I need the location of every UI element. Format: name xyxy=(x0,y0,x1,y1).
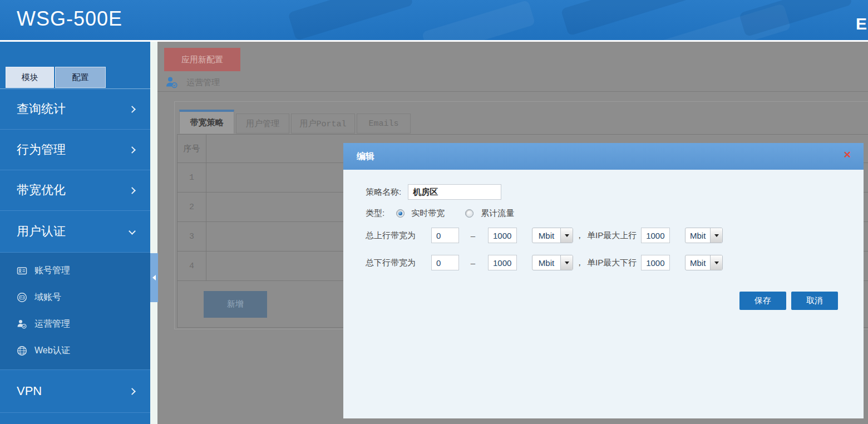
sidebar-item-behavior-mgmt[interactable]: 行为管理 xyxy=(0,130,150,170)
menu-label: VPN xyxy=(17,384,42,398)
sidebar-item-query-stats[interactable]: 查询统计 xyxy=(0,89,150,130)
upload-unit-select[interactable]: Mbit xyxy=(532,228,573,243)
sidebar-collapse-handle[interactable] xyxy=(150,253,158,302)
submenu-label: 运营管理 xyxy=(34,318,70,330)
app-root: WSG-500E E 模块 配置 查询统计 行为管理 带宽优化 用户认证 xyxy=(0,0,868,424)
sidebar-mode-tabs: 模块 配置 xyxy=(6,67,106,88)
download-bandwidth-row: 总下行带宽为 – Mbit ， 单IP最大下行 Mbit xyxy=(366,254,723,271)
sidebar-item-domain-account[interactable]: 域账号 xyxy=(0,284,150,310)
breadcrumb: 运营管理 xyxy=(165,76,220,88)
collapse-left-icon xyxy=(152,275,156,280)
globe-icon xyxy=(17,346,27,356)
comma-separator: ， xyxy=(575,258,584,268)
sidebar-item-web-auth[interactable]: Web认证 xyxy=(0,337,150,364)
policy-name-input[interactable] xyxy=(408,184,501,200)
ip-max-download-label: 单IP最大下行 xyxy=(587,258,637,268)
ip-max-upload-label: 单IP最大上行 xyxy=(587,230,637,241)
menu-label: 用户认证 xyxy=(17,223,66,240)
upload-bandwidth-label: 总上行带宽为 xyxy=(366,230,431,241)
sidebar-item-bandwidth-opt[interactable]: 带宽优化 xyxy=(0,170,150,211)
save-button[interactable]: 保存 xyxy=(739,292,786,310)
comma-separator: ， xyxy=(575,230,584,241)
add-button[interactable]: 新增 xyxy=(204,291,267,318)
dropdown-arrow-icon[interactable] xyxy=(560,255,573,270)
submenu-label: 账号管理 xyxy=(34,265,70,277)
cancel-button[interactable]: 取消 xyxy=(791,292,838,310)
select-value: Mbit xyxy=(532,228,560,243)
radio-accumulated-traffic[interactable] xyxy=(465,209,474,218)
tab-user-portal[interactable]: 用户Portal xyxy=(291,114,355,134)
chevron-right-icon xyxy=(129,388,136,395)
submenu-label: Web认证 xyxy=(34,345,71,357)
app-logo: WSG-500E xyxy=(17,7,122,31)
keyboard-decoration xyxy=(739,0,852,37)
row-index: 2 xyxy=(177,193,206,221)
chevron-right-icon xyxy=(129,106,136,113)
sidebar-item-user-auth[interactable]: 用户认证 xyxy=(0,211,150,253)
radio-realtime-bandwidth[interactable] xyxy=(396,209,405,218)
upload-min-input[interactable] xyxy=(431,228,459,243)
menu-label: 带宽优化 xyxy=(17,182,66,199)
select-value: Mbit xyxy=(532,255,560,270)
id-card-icon xyxy=(17,265,27,276)
type-row: 类型: 实时带宽 累计流量 xyxy=(366,207,514,219)
type-label: 类型: xyxy=(366,208,384,219)
row-index: 3 xyxy=(177,222,206,251)
ip-upload-unit-select[interactable]: Mbit xyxy=(685,228,723,243)
download-min-input[interactable] xyxy=(431,255,459,270)
sidebar-item-vpn[interactable]: VPN xyxy=(0,370,150,413)
range-dash: – xyxy=(469,258,477,268)
keyboard-decoration xyxy=(561,0,692,36)
close-icon[interactable]: ✕ xyxy=(844,150,851,160)
sidebar-item-account-mgmt[interactable]: 账号管理 xyxy=(0,257,150,284)
user-check-icon xyxy=(165,76,179,88)
divider xyxy=(157,91,868,92)
menu-label: 行为管理 xyxy=(17,141,66,158)
dialog-header: 编辑 ✕ xyxy=(343,143,864,170)
sidebar-menu: 查询统计 行为管理 带宽优化 用户认证 xyxy=(0,88,150,424)
apply-config-button[interactable]: 应用新配置 xyxy=(164,48,240,71)
ip-download-unit-select[interactable]: Mbit xyxy=(685,255,723,270)
tab-bandwidth-policy[interactable]: 带宽策略 xyxy=(179,110,234,134)
tab-user-mgmt[interactable]: 用户管理 xyxy=(236,114,289,134)
dropdown-arrow-icon[interactable] xyxy=(560,228,573,243)
menu-label: 查询统计 xyxy=(17,101,66,117)
breadcrumb-label: 运营管理 xyxy=(186,77,220,88)
column-header: 序号 xyxy=(177,135,206,162)
dropdown-arrow-icon[interactable] xyxy=(710,228,722,243)
range-dash: – xyxy=(469,231,477,240)
sidebar-item-other[interactable]: 其他 xyxy=(0,413,150,424)
upload-max-input[interactable] xyxy=(488,228,517,243)
sidebar-submenu: 账号管理 域账号 xyxy=(0,253,150,370)
radio-accumulated-label: 累计流量 xyxy=(481,208,514,219)
app-header: WSG-500E E xyxy=(0,0,868,42)
select-value: Mbit xyxy=(685,255,710,270)
row-index: 4 xyxy=(177,252,206,280)
edit-dialog: 编辑 ✕ 策略名称: 类型: 实时带宽 累计流量 总上行带宽为 – xyxy=(343,143,864,418)
keyboard-decoration xyxy=(288,0,413,41)
tab-bar: 带宽策略 用户管理 用户Portal Emails xyxy=(179,109,868,134)
dropdown-arrow-icon[interactable] xyxy=(710,255,722,270)
sidebar: 模块 配置 查询统计 行为管理 带宽优化 用户认证 xyxy=(0,42,150,424)
header-corner-text: E xyxy=(856,14,867,33)
ip-max-upload-input[interactable] xyxy=(641,228,670,243)
download-max-input[interactable] xyxy=(488,255,517,270)
tab-emails[interactable]: Emails xyxy=(357,114,411,134)
radio-realtime-label: 实时带宽 xyxy=(411,208,445,219)
row-index: 1 xyxy=(177,163,206,192)
ip-max-download-input[interactable] xyxy=(641,255,670,270)
select-value: Mbit xyxy=(685,228,710,243)
chevron-right-icon xyxy=(129,146,136,154)
upload-bandwidth-row: 总上行带宽为 – Mbit ， 单IP最大上行 Mbit xyxy=(366,227,723,244)
operator-icon xyxy=(17,319,27,329)
policy-name-label: 策略名称: xyxy=(366,187,401,198)
sidebar-gap xyxy=(150,42,157,424)
keyboard-decoration xyxy=(422,0,536,42)
sidebar-item-operation-mgmt[interactable]: 运营管理 xyxy=(0,310,150,337)
chevron-right-icon xyxy=(129,187,136,194)
tab-module[interactable]: 模块 xyxy=(6,67,54,88)
dialog-title: 编辑 xyxy=(357,151,374,162)
download-unit-select[interactable]: Mbit xyxy=(532,255,573,270)
chevron-down-icon xyxy=(129,228,136,235)
tab-config[interactable]: 配置 xyxy=(55,67,106,88)
